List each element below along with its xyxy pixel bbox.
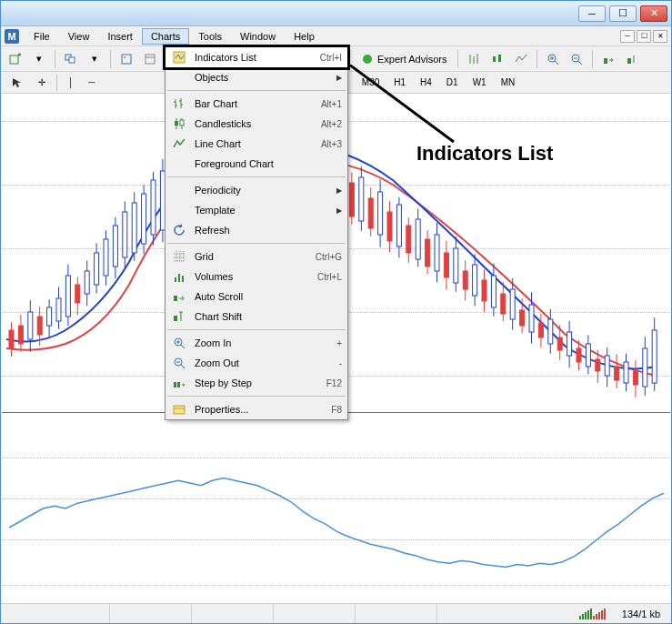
- chart-shift-toolbar-button[interactable]: [621, 49, 643, 69]
- svg-rect-145: [586, 344, 590, 367]
- menu-shortcut: Alt+2: [321, 119, 342, 129]
- timeframe-mn[interactable]: MN: [495, 75, 522, 90]
- window-close-button[interactable]: ✕: [640, 5, 667, 22]
- dropdown-arrow-2[interactable]: ▾: [84, 49, 105, 69]
- svg-rect-41: [95, 253, 99, 285]
- menu-item-zoom-out[interactable]: Zoom Out-: [165, 353, 347, 373]
- horizontal-line-tool[interactable]: ─: [82, 75, 101, 90]
- svg-rect-133: [529, 305, 534, 332]
- bar-chart-toolbar-button[interactable]: [463, 49, 485, 69]
- menu-item-volumes[interactable]: VolumesCtrl+L: [165, 267, 347, 287]
- svg-rect-160: [174, 52, 185, 63]
- menu-item-refresh[interactable]: Refresh: [165, 220, 347, 240]
- menu-item-foreground-chart[interactable]: Foreground Chart: [165, 154, 347, 174]
- menu-item-label: Refresh: [195, 225, 342, 236]
- svg-rect-29: [37, 317, 42, 335]
- menu-item-template[interactable]: Template▶: [165, 200, 347, 220]
- menu-shortcut: F8: [331, 405, 342, 415]
- menu-item-indicators-list[interactable]: Indicators ListCtrl+I: [165, 47, 347, 67]
- submenu-arrow-icon: ▶: [336, 206, 342, 215]
- timeframe-d1[interactable]: D1: [440, 75, 465, 90]
- menu-item-step-by-step[interactable]: Step by StepF12: [165, 373, 347, 393]
- svg-rect-99: [368, 198, 373, 228]
- menu-item-auto-scroll[interactable]: Auto Scroll: [165, 287, 347, 307]
- dropdown-arrow-1[interactable]: ▾: [28, 49, 50, 69]
- timeframe-h1[interactable]: H1: [387, 75, 412, 90]
- menu-item-grid[interactable]: GridCtrl+G: [165, 247, 347, 267]
- crosshair-tool[interactable]: ✛: [32, 75, 52, 90]
- data-window-button[interactable]: [139, 49, 161, 69]
- svg-rect-20: [604, 58, 607, 64]
- svg-rect-117: [454, 248, 458, 283]
- window-minimize-button[interactable]: ─: [578, 5, 606, 22]
- vertical-line-tool[interactable]: │: [62, 75, 80, 90]
- mdi-controls: ─ ☐ ✕: [618, 30, 667, 43]
- menu-tools[interactable]: Tools: [189, 28, 231, 45]
- svg-rect-27: [28, 312, 33, 339]
- menu-item-objects[interactable]: Objects▶: [165, 67, 347, 87]
- menu-shortcut: +: [336, 338, 342, 348]
- menu-item-chart-shift[interactable]: Chart Shift: [165, 307, 347, 327]
- menu-item-label: Template: [195, 205, 336, 216]
- menu-item-zoom-in[interactable]: Zoom In+: [165, 333, 347, 353]
- svg-rect-111: [426, 239, 430, 267]
- menu-item-candlesticks[interactable]: CandlesticksAlt+2: [165, 114, 347, 134]
- svg-rect-103: [387, 212, 392, 241]
- timeframe-m30[interactable]: M30: [356, 75, 386, 90]
- svg-rect-5: [145, 55, 155, 64]
- svg-line-182: [181, 365, 185, 368]
- svg-rect-31: [47, 307, 52, 326]
- connection-status-icon[interactable]: [574, 609, 611, 619]
- menu-item-label: Bar Chart: [195, 98, 321, 109]
- zoom-in-toolbar-button[interactable]: [542, 49, 564, 69]
- menu-shortcut: F12: [326, 378, 342, 388]
- menu-window[interactable]: Window: [231, 28, 285, 45]
- svg-rect-105: [396, 205, 401, 247]
- mdi-restore-button[interactable]: ☐: [637, 30, 651, 43]
- blank-icon: [171, 203, 187, 217]
- market-watch-button[interactable]: [115, 49, 137, 69]
- timeframe-h4[interactable]: H4: [414, 75, 438, 90]
- menu-item-properties[interactable]: Properties...F8: [165, 399, 347, 419]
- menu-item-periodicity[interactable]: Periodicity▶: [165, 180, 347, 200]
- menu-item-bar-chart[interactable]: Bar ChartAlt+1: [165, 94, 347, 114]
- candlestick-toolbar-button[interactable]: [486, 49, 508, 69]
- menu-view[interactable]: View: [59, 28, 99, 45]
- svg-rect-172: [178, 274, 180, 282]
- menu-item-line-chart[interactable]: Line ChartAlt+3: [165, 134, 347, 154]
- mdi-minimize-button[interactable]: ─: [620, 30, 635, 43]
- svg-rect-0: [10, 55, 18, 64]
- line-chart-toolbar-button[interactable]: [510, 49, 532, 69]
- expert-advisors-icon: [361, 53, 374, 65]
- expert-advisors-button[interactable]: Expert Advisors: [355, 50, 453, 68]
- new-chart-button[interactable]: [5, 49, 26, 69]
- menu-item-label: Zoom Out: [195, 357, 339, 368]
- line-chart-icon: [171, 136, 187, 151]
- menu-item-label: Grid: [195, 251, 316, 262]
- menu-charts[interactable]: Charts: [142, 28, 189, 45]
- submenu-arrow-icon: ▶: [336, 74, 342, 82]
- svg-rect-37: [75, 285, 80, 303]
- menu-insert[interactable]: Insert: [98, 28, 142, 45]
- menu-item-label: Step by Step: [195, 377, 326, 388]
- menu-item-label: Periodicity: [195, 185, 336, 196]
- auto-scroll-toolbar-button[interactable]: [597, 49, 619, 69]
- svg-rect-175: [174, 316, 177, 321]
- cursor-tool[interactable]: [5, 74, 30, 92]
- menu-help[interactable]: Help: [285, 28, 324, 45]
- svg-rect-171: [175, 277, 176, 282]
- menu-file[interactable]: File: [25, 28, 59, 45]
- svg-rect-149: [605, 356, 609, 376]
- profiles-button[interactable]: [60, 49, 82, 69]
- svg-rect-25: [18, 326, 23, 344]
- timeframe-w1[interactable]: W1: [466, 75, 493, 90]
- svg-rect-141: [567, 332, 572, 356]
- window-maximize-button[interactable]: ☐: [609, 5, 637, 22]
- mdi-close-button[interactable]: ✕: [653, 30, 667, 43]
- app-icon[interactable]: M: [5, 29, 19, 44]
- zoom-out-toolbar-button[interactable]: [566, 49, 587, 69]
- svg-rect-51: [142, 194, 146, 244]
- zoom-out-icon: [171, 356, 187, 370]
- blank-icon: [171, 70, 187, 85]
- svg-rect-33: [56, 298, 61, 321]
